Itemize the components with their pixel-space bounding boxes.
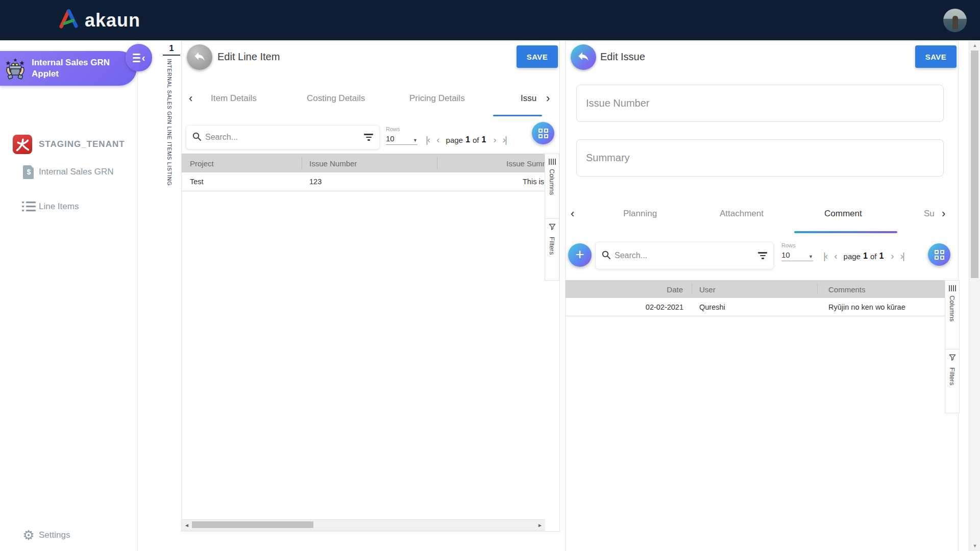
save-button[interactable]: SAVE: [915, 45, 957, 68]
table-row[interactable]: Test 123 This is: [182, 172, 545, 191]
column-header-user[interactable]: User: [699, 285, 716, 293]
applet-title: Internal Sales GRN Applet: [32, 57, 113, 80]
filters-side-tab[interactable]: Filters: [945, 349, 960, 413]
save-button[interactable]: SAVE: [517, 45, 558, 68]
sidebar-item-label: Internal Sales GRN: [39, 167, 113, 177]
cell-issue-summary: This is: [523, 178, 544, 186]
tabs-scroll-right-icon[interactable]: ›: [546, 92, 550, 105]
tab-issue[interactable]: Issu: [521, 93, 545, 104]
column-header-issue-number[interactable]: Issue Number: [309, 159, 357, 167]
user-avatar[interactable]: [943, 9, 967, 32]
grid-icon: [935, 250, 944, 260]
cell-user: Qureshi: [699, 303, 725, 311]
search-icon: [602, 251, 610, 261]
tab-costing-details[interactable]: Costing Details: [307, 93, 365, 104]
sidebar-item-internal-sales-grn[interactable]: $ Internal Sales GRN: [0, 162, 138, 182]
tab-comment[interactable]: Comment: [824, 209, 862, 219]
filter-icon[interactable]: [758, 252, 767, 259]
prev-page-icon[interactable]: ‹: [834, 251, 836, 262]
first-page-icon[interactable]: |‹: [823, 251, 827, 262]
back-arrow-icon: [193, 49, 206, 65]
rows-value: 10: [386, 134, 395, 143]
scroll-down-icon[interactable]: ▼: [969, 543, 980, 548]
layout-grid-button[interactable]: [928, 243, 950, 266]
columns-side-tab[interactable]: Columns: [545, 154, 559, 219]
funnel-icon: [949, 354, 956, 363]
search-input[interactable]: [615, 251, 758, 260]
panel-title: Edit Issue: [600, 51, 645, 63]
search-input[interactable]: [205, 133, 364, 142]
tab-pricing-details[interactable]: Pricing Details: [409, 93, 465, 104]
tab-item-details[interactable]: Item Details: [211, 93, 257, 104]
plus-icon: +: [575, 247, 584, 262]
sidebar-item-staging-tenant[interactable]: STAGING_TENANT: [0, 134, 138, 155]
cell-comments: Ryūjin no ken wo kūrae: [828, 303, 905, 311]
last-page-icon[interactable]: ›|: [900, 251, 904, 262]
edit-issue-panel: Edit Issue SAVE Issue Number Summary ‹ P…: [565, 41, 959, 551]
page-vertical-scrollbar[interactable]: ▲ ▼: [969, 40, 980, 551]
akaun-triangle-icon: [57, 8, 80, 33]
gift-applet-icon: [3, 56, 28, 83]
listing-tab-strip: 1 INTERNAL SALES GRN LINE ITEMS LISTING: [162, 40, 181, 551]
next-page-icon[interactable]: ›: [493, 134, 495, 145]
first-page-icon[interactable]: |‹: [426, 134, 429, 145]
scroll-right-icon[interactable]: ►: [537, 522, 543, 528]
svg-text:$: $: [27, 168, 31, 176]
summary-field[interactable]: Summary: [576, 139, 944, 177]
filters-side-tab[interactable]: Filters: [545, 218, 559, 281]
tab-subtask[interactable]: Su: [924, 209, 936, 219]
sidebar-item-label: Settings: [39, 530, 70, 540]
add-comment-button[interactable]: +: [568, 243, 592, 267]
back-arrow-icon: [577, 49, 590, 65]
applet-header: Internal Sales GRN Applet: [0, 51, 137, 86]
columns-icon: [949, 285, 956, 291]
rows-per-page-select[interactable]: Rows 10 ▼: [386, 126, 418, 145]
gear-icon: ⚙: [18, 529, 39, 542]
grid-icon: [538, 129, 548, 138]
search-icon: [192, 132, 201, 143]
sidebar-collapse-button[interactable]: ‹: [126, 44, 152, 71]
issue-number-field[interactable]: Issue Number: [576, 85, 944, 122]
rows-label: Rows: [386, 126, 418, 132]
rows-label: Rows: [781, 242, 813, 248]
current-page: 1: [863, 252, 868, 261]
sidebar-item-line-items[interactable]: Line Items: [0, 196, 138, 217]
column-header-issue-summary[interactable]: Issue Summ: [506, 159, 549, 167]
total-pages: 1: [879, 252, 884, 261]
tab-planning[interactable]: Planning: [623, 209, 657, 219]
page-word: page: [446, 136, 463, 144]
tabs-scroll-left-icon[interactable]: ‹: [189, 92, 192, 105]
list-icon: [18, 201, 39, 212]
columns-icon: [549, 159, 556, 165]
column-header-project[interactable]: Project: [190, 159, 214, 167]
cell-project: Test: [190, 178, 204, 186]
back-button[interactable]: [571, 44, 596, 70]
filter-icon[interactable]: [364, 134, 373, 141]
sidebar-item-label: Line Items: [39, 202, 79, 212]
search-box: [186, 125, 380, 149]
tabs-scroll-right-icon[interactable]: ›: [942, 207, 945, 220]
scroll-left-icon[interactable]: ◄: [184, 522, 189, 528]
listing-tab-number[interactable]: 1: [162, 43, 181, 54]
scrollbar-thumb[interactable]: [971, 51, 978, 278]
app-root: akaun I: [0, 0, 980, 551]
collapse-menu-icon: ‹: [133, 53, 145, 63]
column-header-comments[interactable]: Comments: [828, 285, 866, 293]
column-header-date[interactable]: Date: [667, 285, 683, 293]
tabs-scroll-left-icon[interactable]: ‹: [571, 207, 574, 220]
scrollbar-thumb[interactable]: [192, 521, 313, 528]
back-button[interactable]: [187, 44, 212, 70]
layout-grid-button[interactable]: [532, 122, 554, 144]
rows-per-page-select[interactable]: Rows 10 ▼: [781, 242, 813, 261]
next-page-icon[interactable]: ›: [891, 251, 893, 262]
rows-value: 10: [781, 251, 790, 259]
columns-side-tab[interactable]: Columns: [945, 280, 960, 349]
table-row[interactable]: 02-02-2021 Qureshi Ryūjin no ken wo kūra…: [566, 298, 946, 316]
last-page-icon[interactable]: ›|: [503, 134, 506, 145]
scroll-up-icon[interactable]: ▲: [969, 43, 980, 48]
sidebar-item-settings[interactable]: ⚙ Settings: [0, 525, 138, 545]
tab-attachment[interactable]: Attachment: [720, 209, 764, 219]
horizontal-scrollbar[interactable]: ◄ ►: [182, 519, 545, 531]
prev-page-icon[interactable]: ‹: [436, 134, 438, 145]
cell-date: 02-02-2021: [646, 303, 683, 311]
